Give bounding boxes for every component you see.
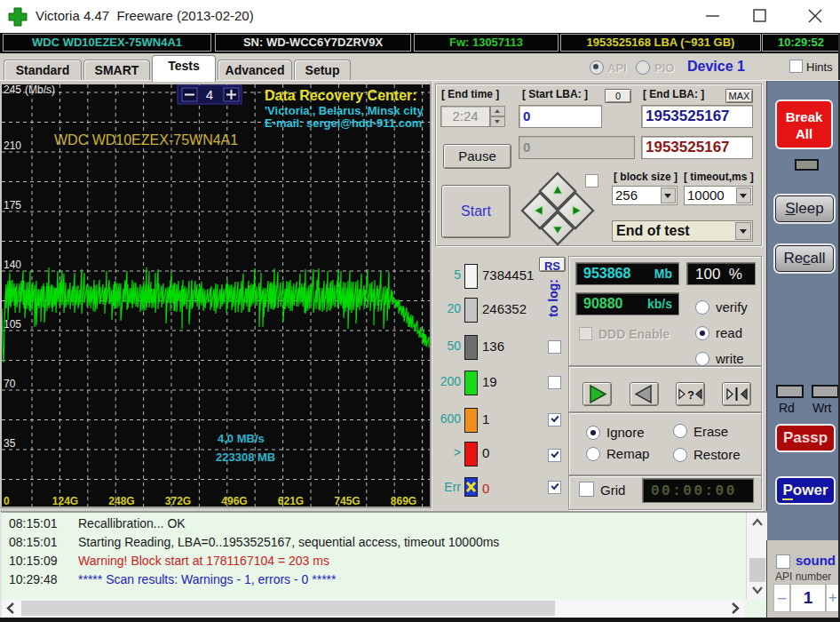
svg-text:621G: 621G: [278, 495, 304, 506]
svg-text:223308 MB: 223308 MB: [216, 451, 275, 464]
svg-text:4,0 MB/s: 4,0 MB/s: [218, 432, 265, 445]
svg-text:35: 35: [4, 437, 16, 450]
svg-text:175: 175: [4, 199, 21, 211]
svg-text:496G: 496G: [221, 495, 247, 506]
svg-text:0: 0: [4, 495, 10, 506]
svg-text:869G: 869G: [391, 495, 416, 506]
svg-text:372G: 372G: [165, 495, 191, 506]
svg-text:210: 210: [4, 140, 21, 152]
svg-text:(Mb/s): (Mb/s): [25, 84, 55, 96]
svg-text:WDC WD10EZEX-75WN4A1: WDC WD10EZEX-75WN4A1: [54, 132, 238, 148]
svg-text:248G: 248G: [108, 495, 134, 506]
svg-text:124G: 124G: [52, 495, 78, 506]
svg-text:245: 245: [4, 84, 21, 96]
svg-text:4: 4: [206, 87, 213, 102]
svg-text:'Victoria', Belarus, Minsk cit: 'Victoria', Belarus, Minsk city: [265, 104, 424, 117]
svg-text:745G: 745G: [334, 495, 360, 506]
svg-text:70: 70: [4, 378, 16, 390]
svg-text:E-mail: sergei@hdd-911.com: E-mail: sergei@hdd-911.com: [265, 116, 422, 130]
svg-text:140: 140: [4, 259, 21, 271]
svg-text:105: 105: [4, 318, 21, 331]
svg-text:Data Recovery Center:: Data Recovery Center:: [265, 88, 417, 103]
svg-text:?: ?: [687, 388, 694, 402]
